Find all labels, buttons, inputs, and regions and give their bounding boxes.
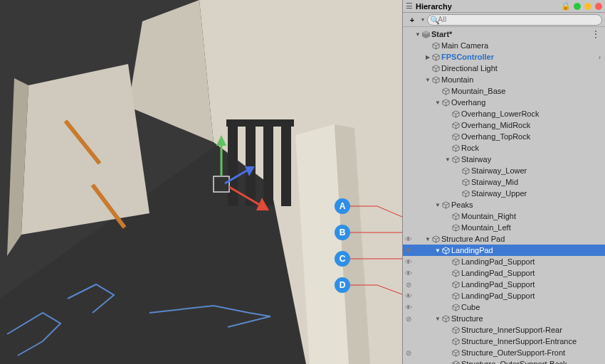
visibility-toggle[interactable] bbox=[403, 99, 414, 107]
visibility-toggle[interactable] bbox=[403, 122, 414, 129]
scene-menu-button[interactable]: ⋮ bbox=[591, 31, 601, 38]
expand-toggle[interactable]: ▼ bbox=[424, 77, 431, 83]
create-button[interactable]: + bbox=[406, 16, 419, 24]
hierarchy-row[interactable]: Mountain_Right bbox=[403, 210, 605, 222]
expand-toggle[interactable]: ▼ bbox=[434, 247, 441, 254]
svg-rect-11 bbox=[226, 119, 294, 127]
hierarchy-panel: ☰ Hierarchy 🔒 + ▾ 🔍 All ▼Start*⋮ Main Ca… bbox=[402, 0, 605, 364]
visibility-toggle[interactable] bbox=[403, 42, 414, 50]
expand-toggle[interactable]: ▼ bbox=[444, 156, 451, 163]
hierarchy-row[interactable]: Mountain_Base bbox=[403, 85, 605, 97]
gameobject-icon bbox=[441, 200, 450, 209]
annotation-badge-label: C bbox=[340, 254, 346, 264]
visibility-toggle[interactable]: 👁 bbox=[403, 304, 414, 311]
visibility-toggle[interactable]: ⊘ bbox=[403, 281, 414, 289]
visibility-toggle[interactable] bbox=[403, 167, 414, 175]
visibility-toggle[interactable] bbox=[403, 87, 414, 95]
hierarchy-row[interactable]: Overhang_MidRock bbox=[403, 119, 605, 131]
visibility-toggle[interactable]: 👁 bbox=[403, 258, 414, 266]
hierarchy-row[interactable]: ▼Mountain bbox=[403, 74, 605, 85]
visibility-toggle[interactable] bbox=[403, 31, 414, 38]
visibility-toggle[interactable] bbox=[403, 190, 414, 198]
hierarchy-row[interactable]: Structure_InnerSupport-Rear bbox=[403, 324, 605, 336]
visibility-toggle[interactable]: ⊘ bbox=[403, 349, 414, 357]
hierarchy-row[interactable]: Overhang_LowerRock bbox=[403, 108, 605, 119]
hierarchy-row[interactable]: Stairway_Upper bbox=[403, 188, 605, 199]
visibility-toggle[interactable]: 👁 bbox=[403, 235, 414, 243]
expand-toggle[interactable]: ▼ bbox=[434, 202, 441, 208]
expand-toggle[interactable]: ▼ bbox=[414, 31, 421, 38]
scene-view[interactable]: A B C D bbox=[0, 0, 402, 364]
window-maximize[interactable] bbox=[584, 3, 591, 10]
visibility-toggle[interactable] bbox=[403, 76, 414, 84]
visibility-toggle[interactable] bbox=[403, 156, 414, 164]
gameobject-icon bbox=[451, 121, 460, 129]
search-input[interactable]: 🔍 All bbox=[427, 14, 602, 26]
prefab-open-icon[interactable]: › bbox=[599, 53, 601, 61]
gameobject-icon bbox=[451, 223, 460, 232]
gameobject-icon bbox=[451, 337, 460, 346]
expand-toggle[interactable]: ▼ bbox=[424, 236, 431, 242]
visibility-toggle[interactable]: 👁 bbox=[403, 292, 414, 300]
gameobject-icon bbox=[451, 280, 460, 289]
row-label: LandingPad bbox=[451, 246, 493, 255]
svg-rect-7 bbox=[228, 121, 238, 206]
row-label: LandingPad_Support bbox=[461, 269, 535, 277]
annotation-badge-c: C bbox=[335, 251, 350, 267]
visibility-toggle[interactable] bbox=[403, 178, 414, 186]
hierarchy-row[interactable]: ⊘Structure_OuterSupport-Front bbox=[403, 347, 605, 358]
hierarchy-tree[interactable]: ▼Start*⋮ Main Camera ▶FPSController› Dir… bbox=[403, 27, 605, 364]
gameobject-icon bbox=[441, 246, 450, 255]
row-label: Structure And Pad bbox=[441, 235, 505, 243]
hierarchy-row[interactable]: ⊘▼Structure bbox=[403, 313, 605, 324]
hierarchy-row[interactable]: Structurre_OuterSupport-Back bbox=[403, 358, 605, 364]
visibility-toggle[interactable] bbox=[403, 326, 414, 334]
hierarchy-row[interactable]: 👁LandingPad_Support bbox=[403, 290, 605, 301]
expand-toggle[interactable]: ▼ bbox=[434, 316, 441, 322]
row-label: LandingPad_Support bbox=[461, 291, 535, 300]
visibility-toggle[interactable]: 👁 bbox=[403, 247, 414, 255]
row-label: Overhang bbox=[451, 98, 485, 107]
window-minimize[interactable] bbox=[574, 3, 581, 10]
visibility-toggle[interactable] bbox=[403, 65, 414, 73]
hierarchy-row[interactable]: Directional Light bbox=[403, 63, 605, 74]
hierarchy-row[interactable]: 👁LandingPad_Support bbox=[403, 267, 605, 279]
hierarchy-row[interactable]: Main Camera bbox=[403, 40, 605, 51]
hierarchy-row[interactable]: Rock bbox=[403, 142, 605, 154]
visibility-toggle[interactable] bbox=[403, 201, 414, 209]
hierarchy-row[interactable]: ▼Peaks bbox=[403, 199, 605, 210]
hierarchy-row[interactable]: Mountain_Left bbox=[403, 222, 605, 233]
panel-tab-icon: ☰ bbox=[406, 1, 413, 11]
gameobject-icon bbox=[451, 109, 460, 118]
visibility-toggle[interactable] bbox=[403, 360, 414, 365]
lock-icon[interactable]: 🔒 bbox=[561, 1, 571, 11]
hierarchy-row[interactable]: Stairway_Mid bbox=[403, 176, 605, 188]
hierarchy-row[interactable]: ▼Stairway bbox=[403, 154, 605, 165]
expand-toggle[interactable]: ▼ bbox=[434, 100, 441, 106]
hierarchy-row[interactable]: Overhang_TopRock bbox=[403, 131, 605, 142]
window-close[interactable] bbox=[595, 3, 602, 10]
visibility-toggle[interactable] bbox=[403, 110, 414, 118]
gameobject-icon bbox=[431, 235, 440, 243]
hierarchy-row[interactable]: Stairway_Lower bbox=[403, 165, 605, 176]
gameobject-icon bbox=[441, 87, 450, 95]
hierarchy-row[interactable]: 👁▼Structure And Pad bbox=[403, 233, 605, 245]
hierarchy-row[interactable]: Structure_InnerSupport-Entrance bbox=[403, 336, 605, 347]
visibility-toggle[interactable] bbox=[403, 53, 414, 61]
visibility-toggle[interactable] bbox=[403, 224, 414, 232]
hierarchy-row[interactable]: 👁LandingPad_Support bbox=[403, 256, 605, 267]
hierarchy-row[interactable]: ▼Start*⋮ bbox=[403, 28, 605, 40]
visibility-toggle[interactable] bbox=[403, 133, 414, 141]
hierarchy-row[interactable]: ⊘LandingPad_Support bbox=[403, 279, 605, 290]
hierarchy-row[interactable]: 👁▼LandingPad bbox=[403, 245, 605, 256]
hierarchy-row[interactable]: ▶FPSController› bbox=[403, 51, 605, 63]
annotation-badge-a: A bbox=[335, 198, 350, 214]
visibility-toggle[interactable] bbox=[403, 338, 414, 346]
visibility-toggle[interactable]: ⊘ bbox=[403, 315, 414, 323]
hierarchy-row[interactable]: ▼Overhang bbox=[403, 97, 605, 108]
visibility-toggle[interactable] bbox=[403, 213, 414, 220]
expand-toggle[interactable]: ▶ bbox=[424, 54, 431, 60]
visibility-toggle[interactable] bbox=[403, 144, 414, 152]
visibility-toggle[interactable]: 👁 bbox=[403, 269, 414, 277]
hierarchy-row[interactable]: 👁Cube bbox=[403, 301, 605, 313]
